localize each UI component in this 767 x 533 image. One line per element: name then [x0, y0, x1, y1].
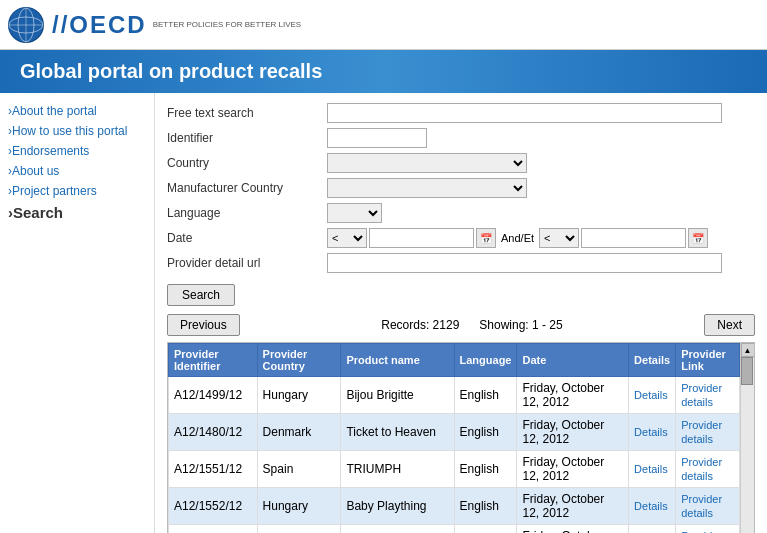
- cell-link-link[interactable]: Provider details: [681, 419, 722, 445]
- cell-link[interactable]: Provider details: [676, 488, 740, 525]
- free-text-label: Free text search: [167, 106, 327, 120]
- results-table: Provider Identifier Provider Country Pro…: [168, 343, 740, 533]
- cell-product: Bijou Brigitte: [341, 377, 454, 414]
- date-from-calendar-button[interactable]: 📅: [476, 228, 496, 248]
- cell-link-link[interactable]: Provider details: [681, 493, 722, 519]
- date-op2-select[interactable]: < > =: [539, 228, 579, 248]
- banner: Global portal on product recalls: [0, 50, 767, 93]
- search-button[interactable]: Search: [167, 284, 235, 306]
- free-text-row: Free text search: [167, 103, 755, 123]
- cell-date: Friday, October 12, 2012: [517, 488, 629, 525]
- search-button-row: Search: [167, 278, 755, 306]
- cell-link-link[interactable]: Provider details: [681, 456, 722, 482]
- cell-country: Netherlands: [257, 525, 341, 534]
- table-row: A12/1499/12HungaryBijou BrigitteEnglishF…: [169, 377, 740, 414]
- provider-url-label: Provider detail url: [167, 256, 327, 270]
- cell-details[interactable]: Details: [629, 377, 676, 414]
- country-input-wrap: [327, 153, 755, 173]
- identifier-input-wrap: [327, 128, 755, 148]
- sidebar-item-about-portal[interactable]: ›About the portal: [0, 101, 154, 121]
- table-row: A12/1551/12SpainTRIUMPHEnglishFriday, Oc…: [169, 451, 740, 488]
- cell-country: Denmark: [257, 414, 341, 451]
- cell-details-link[interactable]: Details: [634, 463, 668, 475]
- scrollbar-track[interactable]: ▲ ▼: [740, 343, 754, 533]
- cell-details-link[interactable]: Details: [634, 389, 668, 401]
- cell-link[interactable]: Provider details: [676, 414, 740, 451]
- manufacturer-input-wrap: [327, 178, 755, 198]
- arrow-icon: ›: [8, 144, 12, 158]
- identifier-label: Identifier: [167, 131, 327, 145]
- identifier-input[interactable]: [327, 128, 427, 148]
- cell-details-link[interactable]: Details: [634, 500, 668, 512]
- date-input-wrap: < > = 📅 And/Et < > = 📅: [327, 228, 755, 248]
- scroll-thumb[interactable]: [741, 357, 753, 385]
- logo-subtitle: BETTER POLICIES FOR BETTER LIVES: [153, 20, 301, 29]
- sidebar-item-about-us[interactable]: ›About us: [0, 161, 154, 181]
- date-op1-select[interactable]: < > =: [327, 228, 367, 248]
- cell-product: Cabino: [341, 525, 454, 534]
- sidebar-item-how-to-use[interactable]: ›How to use this portal: [0, 121, 154, 141]
- col-language: Language: [454, 344, 517, 377]
- cell-language: English: [454, 377, 517, 414]
- table-row: A12/1552/12HungaryBaby PlaythingEnglishF…: [169, 488, 740, 525]
- cell-language: English: [454, 414, 517, 451]
- date-label: Date: [167, 231, 327, 245]
- scroll-thumb-area[interactable]: [741, 357, 754, 533]
- col-product-name: Product name: [341, 344, 454, 377]
- scroll-up-arrow[interactable]: ▲: [741, 343, 755, 357]
- showing-range: Showing: 1 - 25: [479, 318, 562, 332]
- cell-link[interactable]: Provider details: [676, 525, 740, 534]
- manufacturer-select[interactable]: [327, 178, 527, 198]
- language-label: Language: [167, 206, 327, 220]
- cell-date: Friday, October 12, 2012: [517, 525, 629, 534]
- cell-date: Friday, October 12, 2012: [517, 451, 629, 488]
- col-provider-identifier: Provider Identifier: [169, 344, 258, 377]
- table-container: Provider Identifier Provider Country Pro…: [167, 342, 755, 533]
- results-bar: Previous Records: 2129 Showing: 1 - 25 N…: [167, 314, 755, 336]
- sidebar-item-endorsements[interactable]: ›Endorsements: [0, 141, 154, 161]
- page-header: //OECD BETTER POLICIES FOR BETTER LIVES: [0, 0, 767, 50]
- cell-product: Baby Plaything: [341, 488, 454, 525]
- date-to-input[interactable]: [581, 228, 686, 248]
- table-header-row: Provider Identifier Provider Country Pro…: [169, 344, 740, 377]
- date-from-input[interactable]: [369, 228, 474, 248]
- sidebar: ›About the portal ›How to use this porta…: [0, 93, 155, 533]
- sidebar-item-search[interactable]: ›Search: [0, 201, 154, 224]
- cell-id: A12/1478/12: [169, 525, 258, 534]
- manufacturer-label: Manufacturer Country: [167, 181, 327, 195]
- table-row: A12/1480/12DenmarkTicket to HeavenEnglis…: [169, 414, 740, 451]
- country-label: Country: [167, 156, 327, 170]
- table-row: A12/1478/12NetherlandsCabinoEnglishFrida…: [169, 525, 740, 534]
- records-count: Records: 2129: [381, 318, 459, 332]
- cell-id: A12/1480/12: [169, 414, 258, 451]
- cell-details[interactable]: Details: [629, 488, 676, 525]
- col-provider-country: Provider Country: [257, 344, 341, 377]
- cell-country: Hungary: [257, 377, 341, 414]
- language-input-wrap: [327, 203, 755, 223]
- identifier-row: Identifier: [167, 128, 755, 148]
- provider-url-input[interactable]: [327, 253, 722, 273]
- free-text-input-wrap: [327, 103, 755, 123]
- country-select[interactable]: [327, 153, 527, 173]
- banner-title: Global portal on product recalls: [20, 60, 322, 82]
- records-info: Records: 2129 Showing: 1 - 25: [381, 318, 562, 332]
- date-to-calendar-button[interactable]: 📅: [688, 228, 708, 248]
- cell-link-link[interactable]: Provider details: [681, 382, 722, 408]
- country-row: Country: [167, 153, 755, 173]
- col-date: Date: [517, 344, 629, 377]
- cell-date: Friday, October 12, 2012: [517, 377, 629, 414]
- language-select[interactable]: [327, 203, 382, 223]
- cell-details[interactable]: Details: [629, 414, 676, 451]
- cell-language: English: [454, 488, 517, 525]
- free-text-input[interactable]: [327, 103, 722, 123]
- sidebar-item-project-partners[interactable]: ›Project partners: [0, 181, 154, 201]
- cell-details-link[interactable]: Details: [634, 426, 668, 438]
- cell-link[interactable]: Provider details: [676, 451, 740, 488]
- cell-details[interactable]: Details: [629, 525, 676, 534]
- cell-link[interactable]: Provider details: [676, 377, 740, 414]
- cell-id: A12/1551/12: [169, 451, 258, 488]
- cell-language: English: [454, 525, 517, 534]
- next-button[interactable]: Next: [704, 314, 755, 336]
- cell-details[interactable]: Details: [629, 451, 676, 488]
- previous-button[interactable]: Previous: [167, 314, 240, 336]
